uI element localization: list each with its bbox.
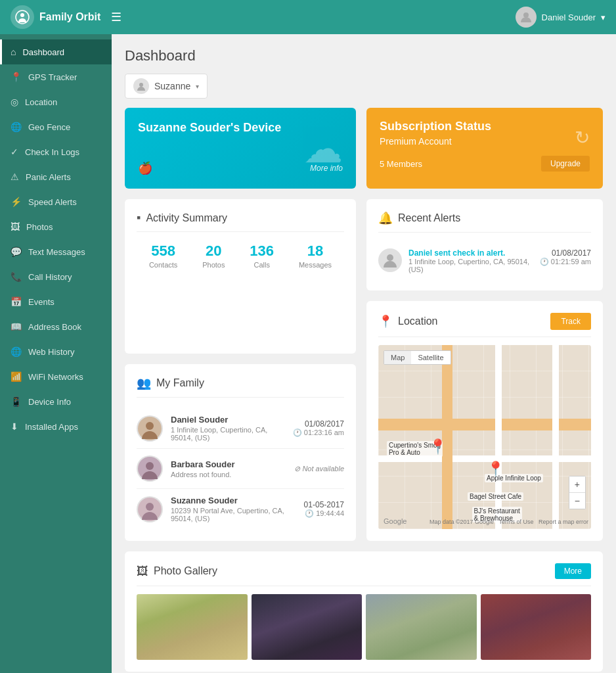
gallery-icon: 🖼 <box>137 565 148 578</box>
sidebar-item-geo-fence[interactable]: 🌐 Geo Fence <box>0 114 112 139</box>
svg-point-9 <box>146 503 154 511</box>
device-card: Suzanne Souder's Device ☁ 🍎 More info <box>125 108 356 189</box>
checkin-icon: ✓ <box>11 147 18 157</box>
upgrade-button[interactable]: Upgrade <box>541 156 590 172</box>
sidebar-label-gps: GPS Tracker <box>28 72 77 82</box>
hamburger-icon[interactable]: ☰ <box>111 10 121 24</box>
subscription-info: Subscription Status Premium Account <box>380 120 491 156</box>
gallery-more-button[interactable]: More <box>555 563 591 579</box>
subscription-members: 5 Members <box>380 159 422 169</box>
stat-calls-label: Calls <box>253 261 269 269</box>
member-time-suzanne: 01-05-2017 🕐 19:44:44 <box>304 500 344 518</box>
user-dropdown-icon: ▾ <box>601 12 605 22</box>
subscription-footer: 5 Members Upgrade <box>380 156 590 172</box>
sidebar-label-location: Location <box>25 97 57 107</box>
alerts-title: Recent Alerts <box>398 212 460 224</box>
family-icon: 👥 <box>137 376 151 390</box>
sidebar-label-speed: Speed Alerts <box>28 197 77 207</box>
family-member-daniel: Daniel Souder 1 Infinite Loop, Cupertino… <box>137 408 344 449</box>
sidebar-label-call: Call History <box>28 272 72 282</box>
member-avatar-barbara <box>137 455 163 482</box>
sidebar-item-address-book[interactable]: 📖 Address Book <box>0 314 112 339</box>
device-selector[interactable]: Suzanne ▾ <box>125 74 208 99</box>
sidebar-item-speed-alerts[interactable]: ⚡ Speed Alerts <box>0 189 112 214</box>
activity-card: ▪ Activity Summary 558 Contacts 20 Photo… <box>125 199 356 354</box>
sidebar-item-web-history[interactable]: 🌐 Web History <box>0 339 112 364</box>
gallery-card: 🖼 Photo Gallery More <box>125 551 603 672</box>
svg-point-7 <box>146 462 154 470</box>
refresh-icon[interactable]: ↻ <box>575 127 590 149</box>
device-more-info[interactable]: More info <box>310 164 343 173</box>
photo-1-bg <box>137 594 248 660</box>
alert-name: Daniel sent check in alert. <box>408 248 533 258</box>
sidebar-item-device-info[interactable]: 📱 Device Info <box>0 389 112 414</box>
photo-2-bg <box>252 594 363 660</box>
device-selector-name: Suzanne <box>154 81 190 91</box>
wifi-icon: 📶 <box>11 371 22 382</box>
family-member-suzanne: Suzanne Souder 10239 N Portal Ave, Cuper… <box>137 489 344 529</box>
sidebar-label-apps: Installed Apps <box>25 422 78 432</box>
web-icon: 🌐 <box>11 346 22 357</box>
map-container: Cupertino's SmogPro & Auto Apple Infinit… <box>378 345 591 529</box>
logo-text: Family Orbit <box>39 11 100 23</box>
zoom-in-button[interactable]: + <box>569 476 585 493</box>
svg-point-10 <box>387 254 393 261</box>
family-title: My Family <box>156 377 204 389</box>
user-name: Daniel Souder <box>542 12 596 22</box>
alerts-card: 🔔 Recent Alerts Daniel sent check in ale… <box>366 199 603 290</box>
sidebar-item-dashboard[interactable]: ⌂ Dashboard <box>0 39 112 64</box>
device-dropdown-icon: ▾ <box>196 83 199 90</box>
sidebar-label-address: Address Book <box>28 322 81 332</box>
road-v3 <box>552 345 559 529</box>
geofence-icon: 🌐 <box>11 122 22 132</box>
stat-contacts-number: 558 <box>151 243 175 260</box>
sidebar-label-check-in: Check In Logs <box>25 147 79 157</box>
sidebar-item-gps-tracker[interactable]: 📍 GPS Tracker <box>0 64 112 89</box>
map-tab-map[interactable]: Map <box>384 351 411 364</box>
subscription-card: Subscription Status Premium Account ↻ 5 … <box>366 108 603 189</box>
member-avatar-suzanne <box>137 496 163 522</box>
member-info-daniel: Daniel Souder 1 Infinite Loop, Cupertino… <box>171 415 285 442</box>
member-date-suzanne: 01-05-2017 <box>304 500 344 509</box>
sidebar-label-panic: Panic Alerts <box>26 172 71 182</box>
map-background: Cupertino's SmogPro & Auto Apple Infinit… <box>378 345 591 529</box>
member-address-suzanne: 10239 N Portal Ave, Cupertino, CA, 95014… <box>171 507 296 522</box>
sidebar-item-check-in-logs[interactable]: ✓ Check In Logs <box>0 139 112 164</box>
member-info-barbara: Barbara Souder Address not found. <box>171 459 286 478</box>
sidebar-item-wifi-networks[interactable]: 📶 WiFi Networks <box>0 364 112 389</box>
sidebar-item-location[interactable]: ◎ Location <box>0 89 112 114</box>
track-button[interactable]: Track <box>550 313 591 330</box>
sidebar: ⌂ Dashboard 📍 GPS Tracker ◎ Location 🌐 G… <box>0 34 112 673</box>
sidebar-label-web: Web History <box>28 347 75 357</box>
user-menu[interactable]: Daniel Souder ▾ <box>516 7 605 28</box>
photo-4 <box>481 594 592 660</box>
top-row: Suzanne Souder's Device ☁ 🍎 More info Su… <box>125 108 603 189</box>
member-date-daniel: 01/08/2017 <box>293 419 344 429</box>
topnav: Family Orbit ☰ Daniel Souder ▾ <box>0 0 616 34</box>
right-col: 🔔 Recent Alerts Daniel sent check in ale… <box>366 199 603 541</box>
sidebar-item-text-messages[interactable]: 💬 Text Messages <box>0 239 112 264</box>
photo-4-bg <box>481 594 592 660</box>
photo-3-bg <box>366 594 477 660</box>
sidebar-item-panic-alerts[interactable]: ⚠ Panic Alerts <box>0 164 112 189</box>
location-title: Location <box>398 315 438 327</box>
sidebar-label-events: Events <box>28 297 55 307</box>
activity-icon: ▪ <box>137 211 141 225</box>
alert-date: 01/08/2017 <box>540 248 591 258</box>
sidebar-item-call-history[interactable]: 📞 Call History <box>0 264 112 289</box>
sidebar-label-device: Device Info <box>28 397 71 407</box>
zoom-out-button[interactable]: − <box>569 493 585 509</box>
svg-point-2 <box>523 12 529 18</box>
device-selector-avatar <box>133 78 149 94</box>
main-content: Dashboard Suzanne ▾ Suzanne Souder's Dev… <box>112 34 616 673</box>
map-tab-satellite[interactable]: Satellite <box>411 351 450 364</box>
stat-contacts: 558 Contacts <box>149 243 177 269</box>
member-address-daniel: 1 Infinite Loop, Cupertino, CA, 95014, (… <box>171 426 285 442</box>
alert-time: 01/08/2017 🕐 01:21:59 am <box>540 248 591 266</box>
sidebar-item-installed-apps[interactable]: ⬇ Installed Apps <box>0 414 112 439</box>
sidebar-item-events[interactable]: 📅 Events <box>0 289 112 314</box>
gallery-title: Photo Gallery <box>154 565 217 577</box>
map-tabs: Map Satellite <box>384 350 451 365</box>
gallery-header: 🖼 Photo Gallery More <box>137 563 591 586</box>
sidebar-item-photos[interactable]: 🖼 Photos <box>0 214 112 239</box>
